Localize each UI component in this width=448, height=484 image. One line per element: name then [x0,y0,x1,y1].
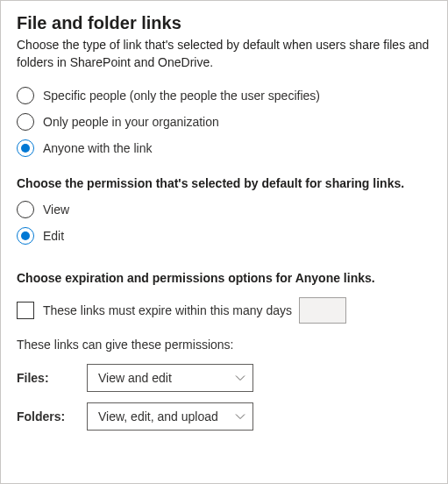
expire-row: These links must expire within this many… [17,297,431,324]
expire-checkbox[interactable] [17,302,34,319]
chevron-down-icon [235,411,245,422]
radio-label: View [43,203,69,217]
folders-select[interactable]: View, edit, and upload [87,402,253,431]
folders-select-value: View, edit, and upload [98,409,218,424]
permissions-text: These links can give these permissions: [17,338,431,352]
radio-label: Only people in your organization [43,115,219,129]
files-select-value: View and edit [98,371,172,385]
files-select-row: Files: View and edit [17,364,431,392]
radio-icon [17,113,34,131]
radio-icon [17,87,34,104]
page-title: File and folder links [17,13,431,33]
files-select[interactable]: View and edit [87,364,253,392]
expire-days-input[interactable] [299,297,346,324]
file-folder-links-panel: File and folder links Choose the type of… [0,0,448,484]
radio-specific-people[interactable]: Specific people (only the people the use… [17,87,431,104]
radio-anyone-link[interactable]: Anyone with the link [17,139,431,157]
radio-label: Edit [43,229,64,243]
anyone-heading: Choose expiration and permissions option… [17,271,431,285]
permission-heading: Choose the permission that's selected by… [17,176,431,190]
radio-label: Specific people (only the people the use… [43,89,320,103]
chevron-down-icon [235,373,245,383]
radio-org-only[interactable]: Only people in your organization [17,113,431,131]
radio-view[interactable]: View [17,201,431,218]
radio-edit[interactable]: Edit [17,227,431,245]
radio-label: Anyone with the link [43,141,153,155]
files-label: Files: [17,371,87,385]
folders-select-row: Folders: View, edit, and upload [17,402,431,431]
expire-label: These links must expire within this many… [43,303,292,317]
radio-icon [17,227,34,245]
radio-icon [17,139,34,157]
folders-label: Folders: [17,409,87,424]
page-description: Choose the type of link that's selected … [17,37,431,71]
radio-icon [17,201,34,218]
